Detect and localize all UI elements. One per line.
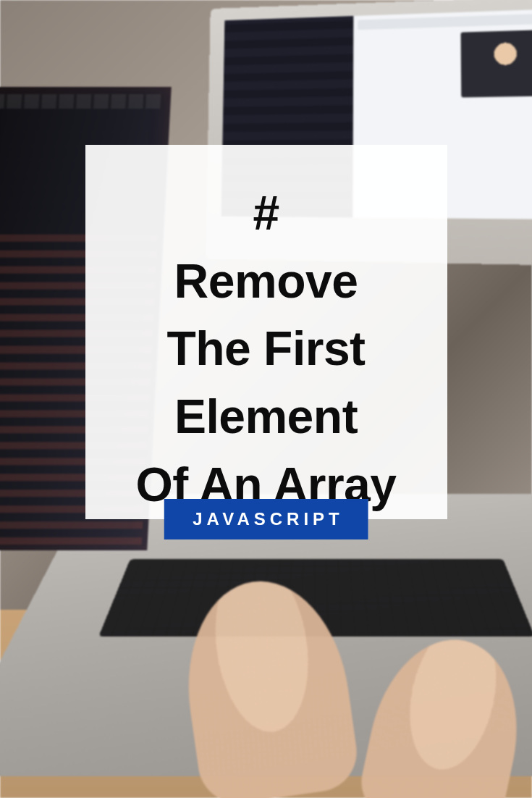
title-line-1: Remove bbox=[174, 254, 358, 308]
title-line-3: Element bbox=[174, 390, 358, 443]
card-title: # Remove The First Element Of An Array bbox=[110, 180, 423, 519]
badge-label: JAVASCRIPT bbox=[193, 509, 343, 529]
title-card: # Remove The First Element Of An Array J… bbox=[85, 145, 447, 519]
title-hash: # bbox=[253, 186, 279, 240]
title-line-2: The First bbox=[166, 322, 365, 375]
video-thumbnail bbox=[461, 30, 532, 98]
category-badge: JAVASCRIPT bbox=[164, 499, 368, 539]
